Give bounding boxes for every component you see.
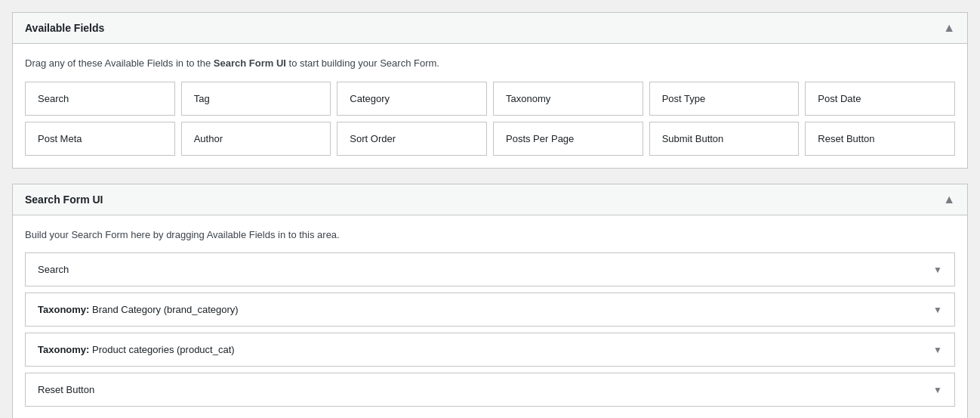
available-field-item[interactable]: Author	[181, 122, 331, 156]
available-fields-body: Drag any of these Available Fields in to…	[13, 44, 967, 168]
available-fields-toggle[interactable]: ▲	[943, 22, 955, 34]
available-field-item[interactable]: Taxonomy	[493, 82, 643, 116]
available-fields-title: Available Fields	[25, 22, 104, 34]
dropdown-arrow-icon[interactable]: ▼	[933, 305, 942, 315]
available-field-item[interactable]: Post Meta	[25, 122, 175, 156]
search-form-ui-header: Search Form UI ▲	[13, 184, 967, 215]
search-form-ui-title: Search Form UI	[25, 194, 103, 206]
form-ui-row-key: Taxonomy:	[38, 304, 89, 315]
available-field-item[interactable]: Category	[337, 82, 487, 116]
dropdown-arrow-icon[interactable]: ▼	[933, 385, 942, 395]
available-field-item[interactable]: Submit Button	[649, 122, 800, 156]
available-field-item[interactable]: Search	[25, 82, 175, 116]
form-ui-items: Search▼Taxonomy: Brand Category (brand_c…	[25, 252, 955, 407]
form-ui-row[interactable]: Search▼	[25, 252, 955, 286]
available-fields-panel: Available Fields ▲ Drag any of these Ava…	[12, 12, 968, 169]
available-fields-header: Available Fields ▲	[13, 13, 967, 44]
available-field-item[interactable]: Posts Per Page	[493, 122, 643, 156]
form-ui-row-key: Taxonomy:	[38, 344, 89, 355]
form-ui-row[interactable]: Reset Button▼	[25, 373, 955, 407]
fields-grid: SearchTagCategoryTaxonomyPost TypePost D…	[25, 82, 955, 156]
dropdown-arrow-icon[interactable]: ▼	[933, 265, 942, 275]
available-field-item[interactable]: Sort Order	[337, 122, 487, 156]
search-form-ui-body: Build your Search Form here by dragging …	[13, 215, 967, 419]
form-ui-row-value: Brand Category (brand_category)	[89, 304, 238, 315]
available-field-item[interactable]: Reset Button	[805, 122, 955, 156]
available-field-item[interactable]: Post Type	[649, 82, 800, 116]
dropdown-arrow-icon[interactable]: ▼	[933, 345, 942, 355]
form-ui-row-label: Reset Button	[38, 384, 94, 395]
search-form-ui-toggle[interactable]: ▲	[943, 194, 955, 206]
form-ui-row[interactable]: Taxonomy: Brand Category (brand_category…	[25, 293, 955, 327]
available-field-item[interactable]: Post Date	[805, 82, 955, 116]
available-fields-description: Drag any of these Available Fields in to…	[25, 56, 955, 71]
available-field-item[interactable]: Tag	[181, 82, 331, 116]
form-ui-row-label: Taxonomy: Product categories (product_ca…	[38, 344, 235, 355]
form-ui-row-label: Search	[38, 264, 69, 275]
search-form-ui-description: Build your Search Form here by dragging …	[25, 228, 955, 243]
form-ui-row[interactable]: Taxonomy: Product categories (product_ca…	[25, 333, 955, 367]
form-ui-row-value: Product categories (product_cat)	[89, 344, 234, 355]
search-form-ui-panel: Search Form UI ▲ Build your Search Form …	[12, 184, 968, 419]
form-ui-row-label: Taxonomy: Brand Category (brand_category…	[38, 304, 239, 315]
